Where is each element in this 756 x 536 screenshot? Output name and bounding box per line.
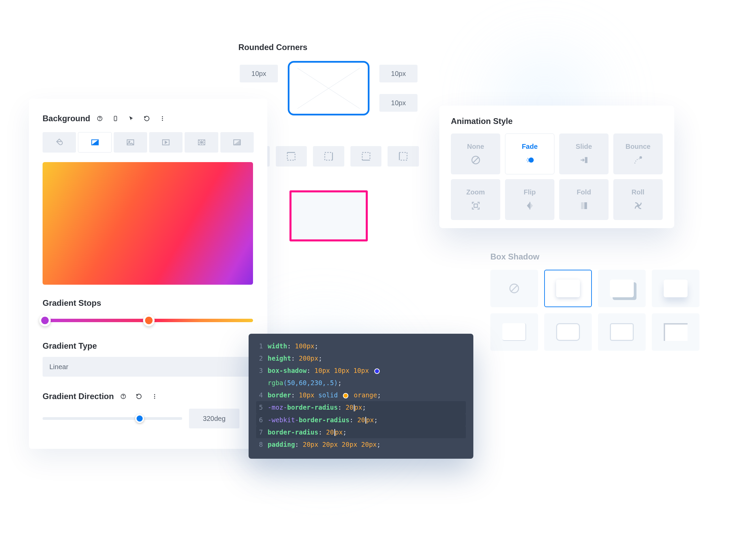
gradient-stops-label: Gradient Stops [43,298,254,308]
rounded-corners-title: Rounded Corners [238,43,419,52]
svg-point-15 [123,397,124,398]
reset-icon[interactable] [133,390,145,403]
animation-flip-option[interactable]: Flip [505,179,554,220]
help-icon[interactable] [117,390,129,403]
box-shadow-panel: Box Shadow [490,252,699,351]
more-icon[interactable] [148,390,161,403]
bounce-icon [633,155,644,165]
box-shadow-title: Box Shadow [490,252,699,262]
svg-point-2 [100,120,100,120]
shadow-option-1[interactable] [544,270,592,307]
svg-rect-30 [584,202,587,209]
animation-title: Animation Style [451,116,663,126]
shadow-option-2[interactable] [598,270,646,307]
animation-panel: Animation Style NoneFadeSlideBounceZoomF… [439,106,674,228]
more-icon[interactable] [156,112,169,125]
svg-point-22 [526,159,527,160]
gradient-direction-value[interactable]: 320deg [189,409,239,428]
reset-icon[interactable] [141,112,153,125]
gradient-direction-label: Gradient Direction [43,392,114,401]
border-right-tab[interactable] [313,146,344,167]
svg-point-20 [529,157,534,162]
flip-icon [524,200,535,211]
shadow-option-3[interactable] [652,270,699,307]
border-top-tab[interactable] [276,146,307,167]
gradient-stop-handle-1[interactable] [39,315,51,326]
svg-point-16 [154,394,155,395]
roll-icon [633,200,644,211]
bg-gradient-tab[interactable] [78,132,111,153]
fade-icon [524,155,535,165]
svg-point-7 [162,120,163,121]
gradient-direction-slider[interactable] [43,412,182,425]
slide-icon [579,155,589,165]
code-editor[interactable]: 1width: 100px; 2height: 200px; 3box-shad… [249,334,473,459]
corner-bottom-right-input[interactable]: 10px [379,94,418,112]
bg-pattern-tab[interactable] [185,132,218,153]
svg-point-24 [528,159,529,160]
svg-point-4 [115,120,116,121]
hover-icon[interactable] [125,112,137,125]
bg-color-tab[interactable] [43,132,76,153]
bg-mask-tab[interactable] [220,132,254,153]
animation-slide-option[interactable]: Slide [559,133,609,174]
svg-point-18 [154,398,155,399]
shadow-none-option[interactable] [490,270,538,307]
gradient-stops-slider[interactable] [43,314,253,328]
svg-point-10 [129,141,130,142]
svg-rect-29 [581,202,584,209]
bg-image-tab[interactable] [114,132,147,153]
corner-top-left-input[interactable]: 10px [240,65,278,82]
gradient-preview [43,162,253,285]
border-preview-box [289,190,368,241]
background-type-tabs [43,132,254,153]
zoom-icon [470,200,481,211]
background-panel: Background Gradient Stops Gradient Type … [29,99,267,449]
help-icon[interactable] [94,112,106,125]
svg-point-6 [162,118,163,119]
animation-fold-option[interactable]: Fold [559,179,609,220]
gradient-type-label: Gradient Type [43,341,254,351]
animation-roll-option[interactable]: Roll [613,179,663,220]
animation-bounce-option[interactable]: Bounce [613,133,663,174]
border-bottom-tab[interactable] [350,146,382,167]
tablet-icon[interactable] [109,112,122,125]
gradient-type-select[interactable]: Linear [43,357,253,377]
bg-video-tab[interactable] [149,132,183,153]
shadow-option-6[interactable] [598,313,646,351]
svg-point-17 [154,396,155,397]
svg-point-25 [528,160,529,161]
shadow-option-4[interactable] [490,313,538,351]
shadow-option-7[interactable] [652,313,699,351]
border-left-tab[interactable] [388,146,419,167]
direction-slider-handle[interactable] [135,414,144,423]
svg-rect-26 [585,157,587,163]
svg-point-5 [162,116,163,117]
corner-top-right-input[interactable]: 10px [379,65,418,82]
shadow-option-5[interactable] [544,313,592,351]
fold-icon [579,200,589,211]
corner-link-preview[interactable] [288,61,369,115]
svg-rect-28 [474,204,477,207]
svg-point-27 [639,156,642,159]
animation-fade-option[interactable]: Fade [505,133,554,174]
svg-point-23 [527,161,528,162]
animation-zoom-option[interactable]: Zoom [451,179,500,220]
background-title: Background [43,114,90,123]
gradient-stop-handle-2[interactable] [143,315,155,326]
svg-point-21 [527,158,528,159]
animation-none-option[interactable]: None [451,133,500,174]
none-icon [470,155,481,165]
